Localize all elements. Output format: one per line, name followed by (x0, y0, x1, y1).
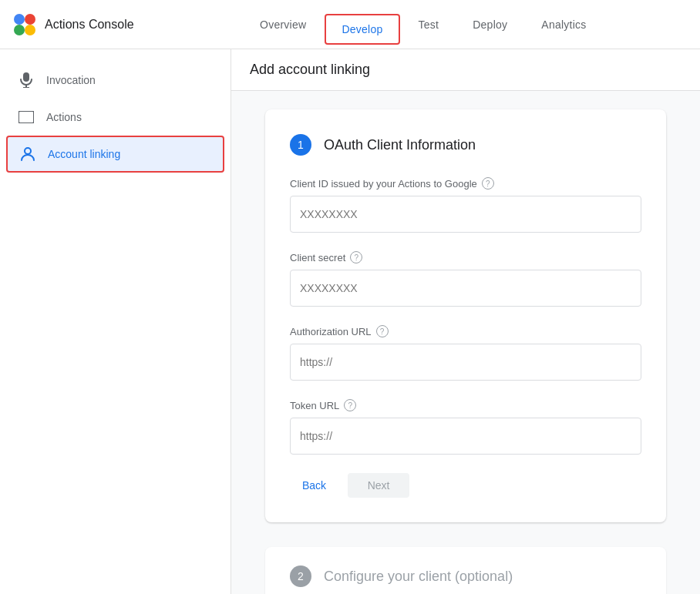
token-url-group: Token URL ? (290, 399, 641, 455)
next-button[interactable]: Next (348, 473, 409, 498)
auth-url-help-icon[interactable]: ? (376, 325, 389, 337)
step2-badge: 2 (290, 565, 311, 587)
client-id-input[interactable] (290, 196, 641, 233)
client-secret-group: Client secret ? (290, 251, 641, 307)
nav-develop[interactable]: Develop (325, 14, 399, 45)
main-content: Add account linking 1 OAuth Client Infor… (231, 49, 700, 594)
back-button[interactable]: Back (290, 473, 338, 498)
client-id-help-icon[interactable]: ? (482, 177, 494, 190)
section2-title: Configure your client (optional) (324, 569, 513, 585)
svg-point-1 (25, 14, 35, 25)
page-title: Add account linking (250, 62, 681, 78)
section2-header: 2 Configure your client (optional) (290, 565, 641, 587)
section1-buttons: Back Next (290, 473, 641, 498)
sidebar: Invocation Actions Account linking (0, 49, 231, 594)
client-secret-input[interactable] (290, 270, 641, 307)
configure-client-card: 2 Configure your client (optional) (265, 547, 666, 594)
svg-point-8 (25, 148, 31, 154)
sidebar-item-actions[interactable]: Actions (0, 99, 231, 136)
auth-url-group: Authorization URL ? (290, 325, 641, 381)
nav-analytics[interactable]: Analytics (526, 0, 601, 49)
token-url-help-icon[interactable]: ? (344, 399, 356, 411)
section1-header: 1 OAuth Client Information (290, 134, 641, 156)
card-container: 1 OAuth Client Information Client ID iss… (231, 91, 700, 594)
account-icon (20, 146, 35, 162)
token-url-input[interactable] (290, 418, 641, 455)
nav-test[interactable]: Test (403, 0, 455, 49)
token-url-label: Token URL ? (290, 399, 641, 411)
svg-point-2 (14, 25, 25, 35)
top-nav: Overview Develop Test Deploy Analytics (159, 0, 688, 49)
page-title-bar: Add account linking (231, 49, 700, 91)
nav-deploy[interactable]: Deploy (457, 0, 523, 49)
sidebar-item-invocation-label: Invocation (46, 74, 96, 86)
svg-point-3 (25, 25, 35, 35)
app-logo: Actions Console (12, 12, 134, 37)
main-layout: Invocation Actions Account linking Add a… (0, 49, 700, 594)
google-assistant-icon (12, 12, 37, 37)
client-id-group: Client ID issued by your Actions to Goog… (290, 177, 641, 233)
section1-title: OAuth Client Information (324, 137, 476, 153)
client-secret-label: Client secret ? (290, 251, 641, 263)
svg-rect-7 (19, 111, 34, 123)
header: Actions Console Overview Develop Test De… (0, 0, 700, 49)
app-title: Actions Console (45, 18, 134, 32)
auth-url-label: Authorization URL ? (290, 325, 641, 337)
client-secret-help-icon[interactable]: ? (350, 251, 362, 263)
microphone-icon (19, 72, 34, 88)
auth-url-input[interactable] (290, 344, 641, 381)
sidebar-item-invocation[interactable]: Invocation (0, 62, 231, 99)
sidebar-item-account-linking-label: Account linking (48, 148, 120, 160)
step1-badge: 1 (290, 134, 311, 156)
svg-point-0 (14, 14, 25, 25)
sidebar-item-account-linking[interactable]: Account linking (6, 136, 224, 173)
oauth-client-card: 1 OAuth Client Information Client ID iss… (265, 109, 666, 522)
sidebar-item-actions-label: Actions (46, 111, 82, 123)
client-id-label: Client ID issued by your Actions to Goog… (290, 177, 641, 190)
actions-icon (19, 109, 34, 125)
svg-rect-4 (23, 72, 29, 82)
nav-overview[interactable]: Overview (244, 0, 321, 49)
